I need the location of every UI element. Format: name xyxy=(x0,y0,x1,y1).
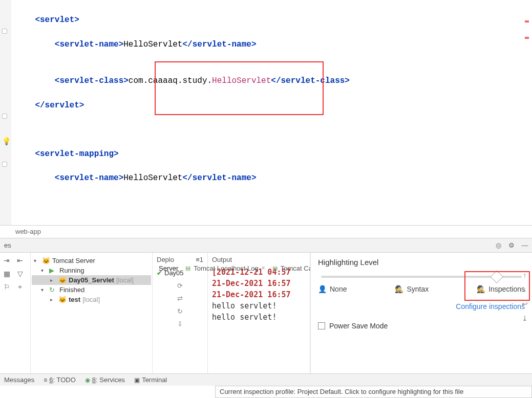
tab-localhost-log[interactable]: ▤ Tomcat Localhost Log × xyxy=(185,264,265,272)
code-line[interactable] xyxy=(15,124,532,136)
refresh-icon: ↻ xyxy=(49,286,57,294)
terminal-icon: ▣ xyxy=(134,377,140,384)
bulb-icon[interactable]: 💡 xyxy=(2,136,9,143)
list-icon: ≡ xyxy=(44,377,47,384)
swap-icon[interactable]: ⇄ xyxy=(177,295,183,302)
code-line[interactable]: <servlet> xyxy=(15,14,532,27)
popup-title: Highlighting Level xyxy=(318,258,525,267)
update-icon[interactable]: ⟳ xyxy=(177,282,183,290)
toolwindow-label: 8: Services xyxy=(92,376,125,384)
fold-icon[interactable] xyxy=(2,29,7,34)
status-tooltip: Current inspection profile: Project Defa… xyxy=(215,386,532,398)
target-icon[interactable]: ◎ xyxy=(494,241,502,250)
code-line[interactable]: <servlet-mapping> xyxy=(15,148,532,161)
tree-running[interactable]: ▾ ▶ Running xyxy=(32,266,151,275)
code-line[interactable] xyxy=(15,27,532,39)
services-panel-header: es ◎ ⚙ — xyxy=(0,238,532,253)
tomcat-icon: 🐱 xyxy=(42,257,50,264)
chevron-down-icon[interactable]: ▾ xyxy=(41,287,47,293)
run-icon: ▶ xyxy=(49,267,57,274)
person-icon: 👤 xyxy=(318,285,327,293)
tab-label: Server xyxy=(159,264,178,272)
toolwindow-label: Terminal xyxy=(142,376,167,384)
toolwindow-services[interactable]: ◉ 8: Services xyxy=(85,376,125,384)
expand-icon[interactable]: ⇥ xyxy=(2,256,11,265)
chevron-down-icon[interactable]: ▾ xyxy=(41,268,47,273)
tree-label: Finished xyxy=(59,286,84,294)
wrap-icon[interactable]: ↩ xyxy=(522,300,528,308)
code-line[interactable] xyxy=(15,161,532,173)
fold-icon[interactable] xyxy=(2,162,7,167)
code-line[interactable] xyxy=(15,63,532,75)
highlighting-slider[interactable] xyxy=(321,276,522,278)
error-stripe[interactable] xyxy=(525,15,530,220)
output-side-toolbar: ↑ ↓ ↩ ⤓ xyxy=(518,271,532,322)
tab-label: Tomcat Localhost Log xyxy=(194,264,258,272)
up-icon[interactable]: ↑ xyxy=(523,271,527,279)
tree-label: Day05_Servlet xyxy=(69,276,114,284)
services-tree[interactable]: ▾ 🐱 Tomcat Server ▾ ▶ Running ▸ 🐱 Day05_… xyxy=(31,253,153,374)
code-line[interactable] xyxy=(15,197,532,209)
tree-tomcat-server[interactable]: ▾ 🐱 Tomcat Server xyxy=(32,256,151,266)
deploy-icon[interactable]: ⇩ xyxy=(177,320,183,328)
gear-icon[interactable]: ⚙ xyxy=(507,241,516,250)
code-editor[interactable]: 💡 <servlet> <servlet-name>HelloServlet</… xyxy=(0,0,532,225)
grid-icon[interactable]: ▦ xyxy=(2,269,11,278)
chevron-right-icon[interactable]: ▸ xyxy=(50,277,56,283)
code-line[interactable]: <servlet-name>HelloServlet</servlet-name… xyxy=(15,172,532,185)
breadcrumb-item[interactable]: web-app xyxy=(15,228,41,235)
bookmark-icon[interactable]: ⚐ xyxy=(2,282,11,292)
tree-suffix: [local] xyxy=(82,296,100,303)
error-mark[interactable] xyxy=(525,37,529,39)
level-none[interactable]: 👤 None xyxy=(318,285,347,293)
tree-label: Running xyxy=(59,267,84,274)
minimize-icon[interactable]: — xyxy=(521,241,529,250)
code-line[interactable]: <servlet-class>com.caaaaq.study.HelloSer… xyxy=(15,75,532,87)
level-label: Syntax xyxy=(407,285,429,293)
panel-title: es xyxy=(3,241,11,249)
console-line: 21-Dec-2021 16:57 xyxy=(212,289,306,300)
tomcat-icon: 🐱 xyxy=(58,276,67,284)
fold-icon[interactable] xyxy=(2,114,7,119)
plus-icon[interactable]: ＋ xyxy=(15,282,25,292)
toolwindow-label: Messages xyxy=(4,376,34,384)
filter-icon[interactable]: ▽ xyxy=(15,269,25,278)
level-syntax[interactable]: 🕵 Syntax xyxy=(395,285,429,293)
log-icon: ▤ xyxy=(185,265,190,272)
tree-suffix: [local] xyxy=(116,276,134,284)
chevron-right-icon[interactable]: ▸ xyxy=(50,297,56,302)
collapse-icon[interactable]: ⇤ xyxy=(15,256,25,265)
toolwindow-label: 6: TODO xyxy=(49,376,76,384)
error-mark[interactable] xyxy=(525,20,529,23)
log-icon: ▤ xyxy=(272,265,278,272)
tab-server[interactable]: Server xyxy=(159,264,178,272)
code-line[interactable] xyxy=(15,87,532,100)
tree-test[interactable]: ▸ 🐱 test [local] xyxy=(32,295,151,304)
code-line[interactable] xyxy=(15,112,532,124)
slider-thumb[interactable] xyxy=(490,270,503,283)
toolwindow-todo[interactable]: ≡ 6: TODO xyxy=(44,376,76,384)
configure-inspections-link[interactable]: Configure inspections xyxy=(318,302,525,311)
close-icon[interactable]: × xyxy=(262,264,265,272)
toolwindow-terminal[interactable]: ▣ Terminal xyxy=(134,376,167,384)
code-line[interactable] xyxy=(15,51,532,63)
level-label: None xyxy=(330,285,347,293)
code-line[interactable] xyxy=(15,185,532,197)
console-line: 21-Dec-2021 16:57 xyxy=(212,278,306,289)
checkbox-icon[interactable] xyxy=(318,322,325,329)
services-toolbar: ⇥ ⇤ ▦ ▽ ⚐ ＋ xyxy=(0,253,31,374)
tree-project[interactable]: ▸ 🐱 Day05_Servlet [local] xyxy=(32,275,151,285)
tree-finished[interactable]: ▾ ↻ Finished xyxy=(32,285,151,295)
down-icon[interactable]: ↓ xyxy=(523,285,527,294)
console-line: hello servlet! xyxy=(212,312,306,323)
toolwindow-messages[interactable]: Messages xyxy=(4,376,34,384)
highlighting-popup: Highlighting Level 👤 None 🕵 Syntax 🕵 Ins… xyxy=(310,253,532,374)
reload-icon[interactable]: ↻ xyxy=(177,307,183,315)
scroll-icon[interactable]: ⤓ xyxy=(522,314,528,322)
tree-label: Tomcat Server xyxy=(52,257,95,264)
code-line[interactable]: <servlet-name>HelloServlet</servlet-name… xyxy=(15,39,532,51)
power-save-mode-checkbox[interactable]: Power Save Mode xyxy=(318,322,525,330)
code-line[interactable]: </servlet> xyxy=(15,100,532,112)
chevron-down-icon[interactable]: ▾ xyxy=(34,258,40,263)
breadcrumb[interactable]: web-app xyxy=(0,225,532,238)
